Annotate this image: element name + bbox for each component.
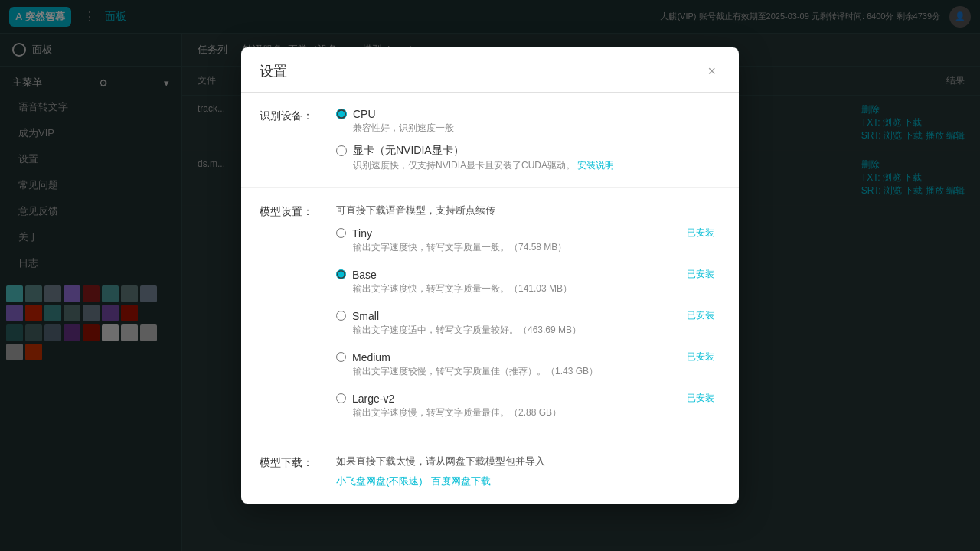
model-row-base: Base 已安装: [336, 268, 714, 281]
model-scroll-area[interactable]: Tiny 已安装 输出文字速度快，转写文字质量一般。（74.58 MB）: [336, 227, 720, 424]
medium-name: Medium: [352, 351, 390, 364]
base-desc: 输出文字速度快，转写文字质量一般。（141.03 MB）: [353, 282, 714, 295]
small-desc: 输出文字速度适中，转写文字质量较好。（463.69 MB）: [353, 324, 714, 337]
model-list: Tiny 已安装 输出文字速度快，转写文字质量一般。（74.58 MB）: [336, 227, 714, 424]
modal-body[interactable]: 识别设备： CPU 兼容性好，识别速度一般: [241, 93, 739, 504]
small-name: Small: [352, 310, 379, 322]
cpu-radio[interactable]: [336, 109, 347, 119]
model-item-medium: Medium 已安装 输出文字速度较慢，转写文字质量佳（推荐）。（1.43 GB…: [336, 350, 714, 378]
gpu-radio-item[interactable]: 显卡（无NVIDIA显卡）: [336, 144, 720, 158]
download-link-row: 小飞盘网盘(不限速) 百度网盘下载: [336, 474, 720, 488]
device-options: CPU 兼容性好，识别速度一般 显卡（无NVIDIA显卡） 识别速度快，仅支: [336, 108, 720, 172]
device-setting-section: 识别设备： CPU 兼容性好，识别速度一般: [241, 93, 739, 188]
baidu-link[interactable]: 百度网盘下载: [431, 475, 491, 487]
cpu-desc: 兼容性好，识别速度一般: [353, 122, 720, 135]
model-row-small: Small 已安装: [336, 309, 714, 322]
base-radio[interactable]: [336, 269, 346, 279]
largev2-installed: 已安装: [687, 392, 714, 405]
model-item-base: Base 已安装 输出文字速度快，转写文字质量一般。（141.03 MB）: [336, 268, 714, 295]
tiny-left[interactable]: Tiny: [336, 227, 372, 240]
model-setting-section: 模型设置： 可直接下载语音模型，支持断点续传 Tiny: [241, 188, 739, 439]
download-content: 如果直接下载太慢，请从网盘下载模型包并导入 小飞盘网盘(不限速) 百度网盘下载: [336, 455, 720, 488]
download-section: 模型下载： 如果直接下载太慢，请从网盘下载模型包并导入 小飞盘网盘(不限速) 百…: [241, 439, 739, 504]
cpu-radio-item[interactable]: CPU: [336, 108, 720, 120]
base-name: Base: [352, 269, 377, 281]
model-item-small: Small 已安装 输出文字速度适中，转写文字质量较好。（463.69 MB）: [336, 309, 714, 337]
base-installed: 已安装: [687, 268, 714, 281]
gpu-radio[interactable]: [336, 145, 347, 156]
largev2-left[interactable]: Large-v2: [336, 393, 394, 405]
download-slow-text: 如果直接下载太慢，请从网盘下载模型包并导入: [336, 455, 720, 468]
medium-desc: 输出文字速度较慢，转写文字质量佳（推荐）。（1.43 GB）: [353, 365, 714, 378]
device-option-cpu[interactable]: CPU 兼容性好，识别速度一般: [336, 108, 720, 135]
modal-overlay: 设置 × 识别设备： CPU 兼容性好，识别速度一般: [0, 0, 980, 551]
tiny-installed: 已安装: [687, 227, 714, 240]
xiaofeipan-link[interactable]: 小飞盘网盘(不限速): [336, 475, 423, 487]
base-left[interactable]: Base: [336, 269, 377, 281]
model-top-desc: 可直接下载语音模型，支持断点续传: [336, 204, 720, 217]
device-option-gpu[interactable]: 显卡（无NVIDIA显卡） 识别速度快，仅支持NVIDIA显卡且安装了CUDA驱…: [336, 144, 720, 172]
small-left[interactable]: Small: [336, 310, 379, 322]
small-radio[interactable]: [336, 311, 346, 321]
largev2-radio[interactable]: [336, 393, 346, 403]
device-radio-group: CPU 兼容性好，识别速度一般 显卡（无NVIDIA显卡） 识别速度快，仅支: [336, 108, 720, 172]
gpu-label: 显卡（无NVIDIA显卡）: [353, 144, 464, 158]
medium-left[interactable]: Medium: [336, 351, 390, 364]
model-item-tiny: Tiny 已安装 输出文字速度快，转写文字质量一般。（74.58 MB）: [336, 227, 714, 254]
cuda-install-link[interactable]: 安装说明: [577, 160, 614, 171]
medium-installed: 已安装: [687, 350, 714, 364]
device-label: 识别设备：: [260, 108, 321, 172]
settings-modal: 设置 × 识别设备： CPU 兼容性好，识别速度一般: [241, 47, 739, 504]
cpu-label: CPU: [353, 108, 376, 120]
download-desc: 如果直接下载太慢，请从网盘下载模型包并导入 小飞盘网盘(不限速) 百度网盘下载: [336, 455, 720, 488]
medium-radio[interactable]: [336, 352, 346, 362]
small-installed: 已安装: [687, 309, 714, 322]
modal-close-button[interactable]: ×: [703, 61, 720, 81]
gpu-desc: 识别速度快，仅支持NVIDIA显卡且安装了CUDA驱动。 安装说明: [353, 159, 720, 172]
modal-header: 设置 ×: [241, 47, 739, 93]
tiny-desc: 输出文字速度快，转写文字质量一般。（74.58 MB）: [353, 241, 714, 254]
model-row-largev2: Large-v2 已安装: [336, 392, 714, 405]
model-row-medium: Medium 已安装: [336, 350, 714, 364]
model-label: 模型设置：: [260, 204, 321, 424]
modal-title: 设置: [260, 62, 287, 80]
model-row-tiny: Tiny 已安装: [336, 227, 714, 240]
largev2-desc: 输出文字速度慢，转写文字质量最佳。（2.88 GB）: [353, 406, 714, 419]
largev2-name: Large-v2: [352, 393, 394, 405]
tiny-radio[interactable]: [336, 228, 346, 238]
tiny-name: Tiny: [352, 227, 372, 240]
download-label: 模型下载：: [260, 455, 321, 488]
model-item-largev2: Large-v2 已安装 输出文字速度慢，转写文字质量最佳。（2.88 GB）: [336, 392, 714, 419]
model-options: 可直接下载语音模型，支持断点续传 Tiny 已安装: [336, 204, 720, 424]
